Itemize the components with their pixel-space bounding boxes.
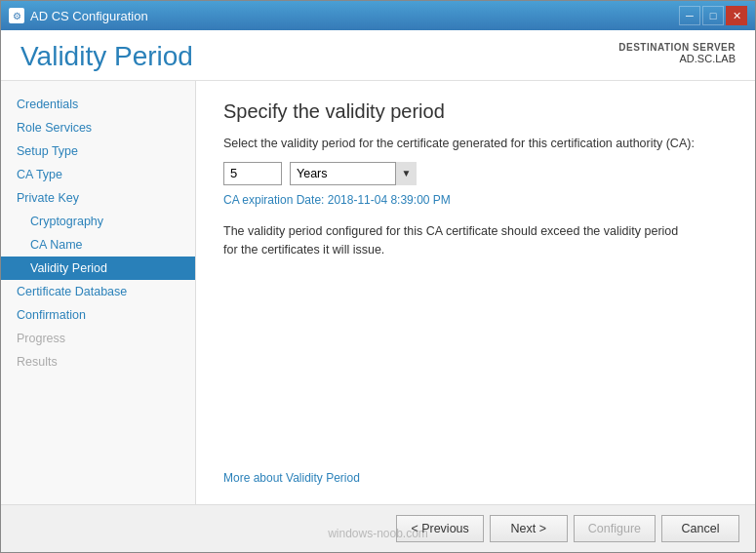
- validity-number-input[interactable]: [223, 162, 282, 185]
- title-bar-left: ⚙ AD CS Configuration: [9, 8, 148, 23]
- sidebar-item-progress: Progress: [1, 327, 195, 350]
- app-icon: ⚙: [9, 8, 24, 23]
- sidebar-item-ca-name[interactable]: CA Name: [1, 233, 195, 257]
- sidebar-item-cryptography[interactable]: Cryptography: [1, 210, 195, 233]
- sidebar-item-certificate-database[interactable]: Certificate Database: [1, 280, 195, 303]
- sidebar-item-credentials[interactable]: Credentials: [1, 93, 195, 116]
- validity-row: Years Months Weeks Days ▼: [223, 162, 728, 185]
- title-bar: ⚙ AD CS Configuration ─ □ ✕: [1, 1, 755, 30]
- sidebar-item-role-services[interactable]: Role Services: [1, 116, 195, 139]
- expiration-date: CA expiration Date: 2018-11-04 8:39:00 P…: [223, 193, 728, 207]
- info-text: The validity period configured for this …: [223, 222, 692, 259]
- sidebar: Credentials Role Services Setup Type CA …: [1, 81, 196, 504]
- next-button[interactable]: Next >: [490, 515, 568, 542]
- content-area: Specify the validity period Select the v…: [196, 81, 755, 504]
- more-about-link[interactable]: More about Validity Period: [223, 463, 728, 485]
- sidebar-item-setup-type[interactable]: Setup Type: [1, 139, 195, 163]
- validity-unit-wrapper: Years Months Weeks Days ▼: [290, 162, 417, 185]
- maximize-button[interactable]: □: [702, 6, 724, 25]
- header: Validity Period DESTINATION SERVER AD.SC…: [1, 30, 755, 81]
- window: ⚙ AD CS Configuration ─ □ ✕ Validity Per…: [0, 0, 756, 553]
- validity-unit-select[interactable]: Years Months Weeks Days: [290, 162, 417, 185]
- body: Credentials Role Services Setup Type CA …: [1, 81, 755, 504]
- content-description: Select the validity period for the certi…: [223, 137, 728, 150]
- destination-server: DESTINATION SERVER AD.SC.LAB: [618, 42, 736, 64]
- sidebar-item-results: Results: [1, 350, 195, 374]
- footer: windows-noob.com < Previous Next > Confi…: [1, 504, 755, 552]
- main-content: Validity Period DESTINATION SERVER AD.SC…: [1, 30, 755, 504]
- minimize-button[interactable]: ─: [679, 6, 700, 25]
- destination-label: DESTINATION SERVER: [618, 42, 736, 53]
- close-button[interactable]: ✕: [726, 6, 747, 25]
- destination-value: AD.SC.LAB: [618, 53, 736, 64]
- configure-button[interactable]: Configure: [574, 515, 656, 542]
- previous-button[interactable]: < Previous: [396, 515, 483, 542]
- window-title: AD CS Configuration: [30, 9, 148, 23]
- content-title: Specify the validity period: [223, 100, 728, 123]
- sidebar-item-ca-type[interactable]: CA Type: [1, 163, 195, 186]
- window-controls: ─ □ ✕: [679, 6, 747, 25]
- sidebar-item-private-key[interactable]: Private Key: [1, 186, 195, 210]
- page-title: Validity Period: [20, 42, 193, 72]
- sidebar-item-confirmation[interactable]: Confirmation: [1, 303, 195, 327]
- cancel-button[interactable]: Cancel: [661, 515, 739, 542]
- sidebar-item-validity-period[interactable]: Validity Period: [1, 257, 195, 280]
